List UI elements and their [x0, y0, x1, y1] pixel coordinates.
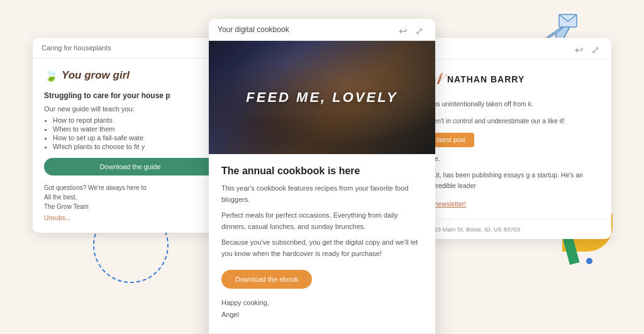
expand-icon[interactable]: ⤢: [415, 25, 426, 34]
left-card-footer-text3: The Grow Team: [44, 202, 216, 211]
cards-container: Caring for houseplants 🍃 You grow girl S…: [0, 19, 644, 334]
right-email-card: ↩ ⤢ 𝒩 NATHAN BARRY nths unintentionally …: [416, 38, 611, 239]
unsubscribe-link-left[interactable]: Unsubs...: [44, 214, 70, 221]
center-card-body: The annual cookbook is here This year's …: [209, 154, 435, 333]
header-actions: ↩ ⤢: [399, 25, 426, 34]
left-card-footer-text1: Got questions? We're always here to: [44, 183, 216, 192]
right-body-text2: aren't in control and underestimate our …: [428, 116, 600, 126]
brand-name: You grow girl: [62, 69, 130, 82]
left-card-title: Caring for houseplants: [42, 44, 111, 52]
hero-text: FEED ME, LOVELY: [246, 89, 397, 106]
center-card-content: FEED ME, LOVELY The annual cookbook is h…: [209, 41, 435, 334]
right-body-text3: rcle.: [428, 153, 600, 164]
cookbook-heading: The annual cookbook is here: [221, 165, 423, 177]
center-card-title: Your digital cookbook: [218, 25, 289, 34]
leaf-icon: 🍃: [44, 69, 58, 82]
left-card-body: 🍃 You grow girl Struggling to care for y…: [33, 58, 228, 233]
left-card-heading: Struggling to care for your house p: [44, 91, 216, 100]
left-card-header: Caring for houseplants: [33, 38, 228, 58]
center-email-card: Your digital cookbook ↩ ⤢ FEED ME, LOVEL…: [209, 19, 435, 334]
cookbook-para2: Perfect meals for perfect occasions. Eve…: [221, 210, 423, 232]
hero-image: FEED ME, LOVELY: [209, 41, 435, 154]
right-card-footer: | 123 Main St, Boise, ID, US 83703: [416, 219, 611, 239]
list-item: Which plants to choose to fit y: [53, 143, 216, 150]
list-item: How to repot plants: [53, 116, 216, 124]
list-item: When to water them: [53, 125, 216, 133]
left-card-intro: Our new guide will teach you:: [44, 105, 216, 113]
left-email-card: Caring for houseplants 🍃 You grow girl S…: [33, 38, 228, 233]
list-item: How to set up a fail-safe wate: [53, 134, 216, 142]
back-arrow-icon[interactable]: ↩: [399, 25, 410, 34]
cookbook-para1: This year's cookbook features recipes fr…: [221, 183, 423, 205]
brand-logo: 🍃 You grow girl: [44, 69, 216, 82]
right-body-text4: rtKit, has been publishing essays g a st…: [428, 170, 600, 191]
download-ebook-button[interactable]: Download the ebook: [221, 270, 312, 289]
expand-icon-right[interactable]: ⤢: [591, 44, 602, 53]
back-arrow-icon-right[interactable]: ↩: [575, 44, 586, 53]
right-card-header: ↩ ⤢: [416, 38, 611, 60]
sign-off-2: Angel: [221, 309, 423, 321]
cookbook-para3: Because you've subscribed, you get the d…: [221, 237, 423, 259]
download-guide-button[interactable]: Download the guide: [44, 158, 216, 175]
brand-logo-right: 𝒩 NATHAN BARRY: [428, 70, 600, 89]
left-card-list: How to repot plants When to water them H…: [53, 116, 216, 150]
left-card-footer-text2: All the best,: [44, 192, 216, 202]
right-card-body: 𝒩 NATHAN BARRY nths unintentionally take…: [416, 60, 611, 219]
nathan-barry-brand: NATHAN BARRY: [447, 74, 525, 84]
right-body-text1: nths unintentionally taken off from k.: [428, 99, 600, 109]
sign-off-1: Happy cooking,: [221, 298, 423, 309]
right-footer-address: | 123 Main St, Boise, ID, US 83703: [428, 226, 520, 233]
center-card-header: Your digital cookbook ↩ ⤢: [209, 19, 435, 41]
